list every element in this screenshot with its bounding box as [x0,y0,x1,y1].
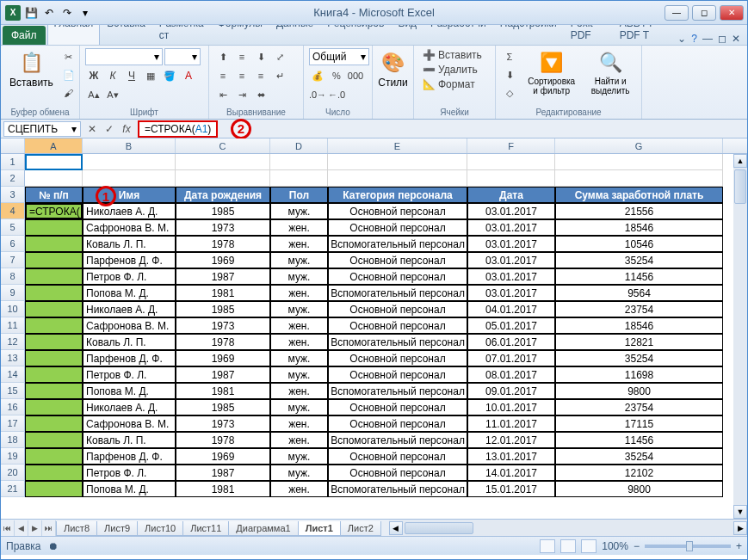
cell-D21[interactable]: жен. [270,481,328,497]
font-color-icon[interactable]: A [180,67,197,84]
cell-A20[interactable] [25,465,83,481]
cell-G14[interactable]: 11698 [555,366,723,383]
increase-decimal-icon[interactable]: .0→ [309,86,326,103]
cell-F21[interactable]: 15.01.2017 [467,481,555,497]
underline-icon[interactable]: Ч [123,67,140,84]
header-cell-A[interactable]: № п/п [25,187,83,203]
cell-C15[interactable]: 1981 [176,383,270,399]
cell-G6[interactable]: 10546 [555,236,723,252]
cell-G16[interactable]: 23754 [555,399,723,415]
cell-A9[interactable] [25,285,83,301]
italic-icon[interactable]: К [104,67,121,84]
cell-G1[interactable] [555,154,723,170]
autosum-icon[interactable]: Σ [501,48,518,65]
col-header-C[interactable]: C [176,138,270,153]
cell-B19[interactable]: Парфенов Д. Ф. [83,448,176,465]
comma-icon[interactable]: 000 [347,67,364,84]
row-header-18[interactable]: 18 [1,432,25,448]
doc-minimize-icon[interactable]: — [702,33,713,45]
cell-A8[interactable] [25,268,83,285]
cell-F15[interactable]: 09.01.2017 [467,383,555,399]
cell-A11[interactable] [25,317,83,334]
col-header-A[interactable]: A [25,138,83,153]
tab-prev-icon[interactable]: ◀ [15,520,28,536]
select-all-corner[interactable] [1,138,25,153]
accept-formula-icon[interactable]: ✓ [102,121,117,137]
insert-cells-button[interactable]: ➕Вставить [419,48,485,62]
cell-G5[interactable]: 18546 [555,219,723,236]
cell-A16[interactable] [25,399,83,415]
cell-D14[interactable]: муж. [270,366,328,383]
align-top-icon[interactable]: ⬆ [214,48,232,65]
cell-E7[interactable]: Основной персонал [328,252,467,268]
cell-E15[interactable]: Вспомогательный персонал [328,383,467,399]
cell-B1[interactable] [83,154,176,170]
cell-E8[interactable]: Основной персонал [328,268,467,285]
row-header-9[interactable]: 9 [1,285,25,301]
insert-function-icon[interactable]: fx [119,121,134,137]
cell-D19[interactable]: муж. [270,448,328,465]
row-header-2[interactable]: 2 [1,170,25,187]
cell-G18[interactable]: 11456 [555,432,723,448]
undo-icon[interactable]: ↶ [40,4,58,22]
cell-G9[interactable]: 9564 [555,285,723,301]
name-box-dropdown-icon[interactable]: ▾ [71,123,77,135]
cell-B2[interactable] [83,170,176,187]
cell-D7[interactable]: муж. [270,252,328,268]
row-header-14[interactable]: 14 [1,366,25,383]
cell-E16[interactable]: Основной персонал [328,399,467,415]
cell-D15[interactable]: жен. [270,383,328,399]
cell-C14[interactable]: 1987 [176,366,270,383]
cell-C5[interactable]: 1973 [176,219,270,236]
help-icon[interactable]: ? [691,33,697,45]
zoom-slider[interactable] [645,545,731,548]
cell-G11[interactable]: 18546 [555,317,723,334]
cell-G20[interactable]: 12102 [555,465,723,481]
col-header-E[interactable]: E [328,138,467,153]
number-format-dropdown[interactable]: Общий▾ [309,48,369,65]
cell-C6[interactable]: 1978 [176,236,270,252]
paste-button[interactable]: 📋 Вставить [6,48,57,90]
cell-C13[interactable]: 1969 [176,350,270,366]
sheet-tab-5[interactable]: Лист1 [298,521,341,536]
border-icon[interactable]: ▦ [142,67,159,84]
cell-E2[interactable] [328,170,467,187]
cell-D11[interactable]: жен. [270,317,328,334]
header-cell-D[interactable]: Пол [270,187,328,203]
cell-B16[interactable]: Николаев А. Д. [83,399,176,415]
file-tab[interactable]: Файл [3,26,46,45]
cell-C18[interactable]: 1978 [176,432,270,448]
cell-C9[interactable]: 1981 [176,285,270,301]
orientation-icon[interactable]: ⤢ [271,48,288,65]
cell-B11[interactable]: Сафронова В. М. [83,317,176,334]
vertical-scrollbar[interactable]: ▲ ▼ [733,154,747,519]
cell-E5[interactable]: Основной персонал [328,219,467,236]
cell-A17[interactable] [25,415,83,432]
cell-E10[interactable]: Основной персонал [328,301,467,317]
excel-icon[interactable]: X [4,4,22,22]
zoom-in-icon[interactable]: + [736,540,742,552]
cell-E13[interactable]: Основной персонал [328,350,467,366]
cell-D10[interactable]: муж. [270,301,328,317]
cell-G4[interactable]: 21556 [555,203,723,219]
col-header-G[interactable]: G [555,138,723,153]
sort-filter-button[interactable]: 🔽 Сортировка и фильтр [522,48,581,97]
cell-C16[interactable]: 1985 [176,399,270,415]
cell-A1[interactable] [25,154,83,170]
decrease-indent-icon[interactable]: ⇤ [214,86,232,103]
row-header-16[interactable]: 16 [1,399,25,415]
cell-G17[interactable]: 17115 [555,415,723,432]
cell-B15[interactable]: Попова М. Д. [83,383,176,399]
cell-F7[interactable]: 03.01.2017 [467,252,555,268]
tab-next-icon[interactable]: ▶ [28,520,42,536]
scroll-thumb-h[interactable] [405,522,473,534]
view-page-layout-icon[interactable] [560,539,576,553]
cell-B12[interactable]: Коваль Л. П. [83,334,176,350]
cell-C8[interactable]: 1987 [176,268,270,285]
cell-A10[interactable] [25,301,83,317]
cell-E17[interactable]: Основной персонал [328,415,467,432]
cell-E6[interactable]: Вспомогательный персонал [328,236,467,252]
cell-F16[interactable]: 10.01.2017 [467,399,555,415]
tab-first-icon[interactable]: ⏮ [1,520,15,536]
cell-F17[interactable]: 11.01.2017 [467,415,555,432]
